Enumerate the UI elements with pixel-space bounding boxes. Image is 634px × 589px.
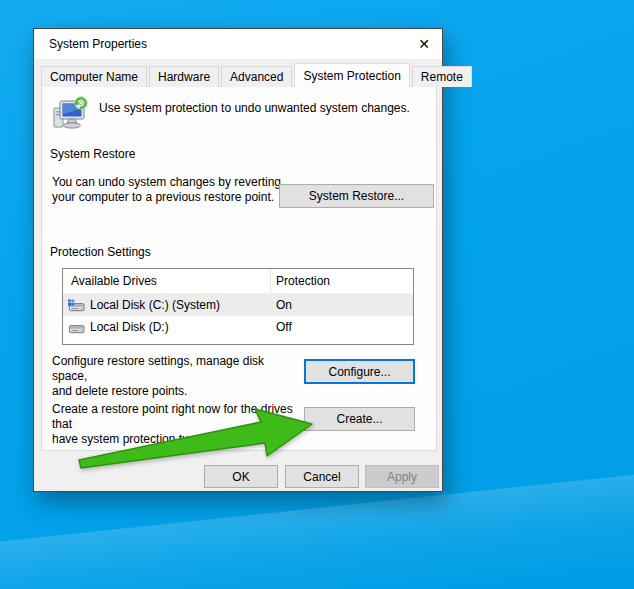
protection-settings-list: Available Drives Protection Local	[62, 268, 414, 345]
configure-description-line1: Configure restore settings, manage disk …	[52, 354, 302, 384]
system-restore-button[interactable]: System Restore...	[279, 184, 434, 208]
create-description-line1: Create a restore point right now for the…	[52, 402, 304, 432]
create-description-line2: have system protection turned on.	[52, 432, 304, 447]
system-restore-description-line1: You can undo system changes by reverting	[52, 175, 282, 190]
configure-description: Configure restore settings, manage disk …	[52, 354, 302, 399]
list-header: Available Drives Protection	[63, 269, 413, 294]
group-divider	[141, 154, 428, 155]
system-properties-dialog: System Properties ✕ Computer Name Hardwa…	[33, 28, 443, 492]
tabstrip: Computer Name Hardware Advanced System P…	[41, 62, 472, 87]
system-protection-tab-page: Use system protection to undo unwanted s…	[41, 86, 437, 451]
drive-icon	[68, 321, 85, 334]
table-row-drive-d[interactable]: Local Disk (D:) Off	[63, 316, 413, 338]
titlebar[interactable]: System Properties ✕	[34, 29, 442, 59]
protection-status: Off	[271, 320, 413, 334]
drive-name: Local Disk (C:) (System)	[90, 298, 220, 312]
configure-description-line2: and delete restore points.	[52, 384, 302, 399]
tab-remote[interactable]: Remote	[412, 66, 472, 87]
tab-computer-name[interactable]: Computer Name	[41, 66, 147, 87]
system-drive-icon	[68, 299, 85, 312]
cancel-button[interactable]: Cancel	[285, 465, 359, 488]
system-restore-group-label: System Restore	[50, 147, 141, 161]
system-protection-icon	[50, 95, 90, 135]
create-button[interactable]: Create...	[304, 407, 415, 431]
group-divider	[157, 252, 428, 253]
system-restore-group-header: System Restore	[50, 147, 428, 161]
protection-settings-group-header: Protection Settings	[50, 245, 428, 259]
window-title: System Properties	[49, 37, 147, 51]
ok-button[interactable]: OK	[204, 465, 278, 488]
table-row-drive-c[interactable]: Local Disk (C:) (System) On	[63, 294, 413, 316]
configure-button[interactable]: Configure...	[304, 359, 415, 384]
tab-system-protection[interactable]: System Protection	[294, 63, 409, 88]
create-description: Create a restore point right now for the…	[52, 402, 304, 447]
system-restore-description: You can undo system changes by reverting…	[52, 175, 282, 205]
apply-button: Apply	[365, 465, 439, 488]
column-header-protection[interactable]: Protection	[271, 274, 413, 288]
column-header-available-drives[interactable]: Available Drives	[63, 269, 271, 294]
system-restore-description-line2: your computer to a previous restore poin…	[52, 190, 282, 205]
close-icon[interactable]: ✕	[406, 29, 442, 59]
intro-text: Use system protection to undo unwanted s…	[99, 101, 419, 116]
tab-advanced[interactable]: Advanced	[221, 66, 292, 87]
protection-status: On	[271, 298, 413, 312]
protection-settings-group-label: Protection Settings	[50, 245, 157, 259]
drive-name: Local Disk (D:)	[90, 320, 169, 334]
tab-hardware[interactable]: Hardware	[149, 66, 219, 87]
